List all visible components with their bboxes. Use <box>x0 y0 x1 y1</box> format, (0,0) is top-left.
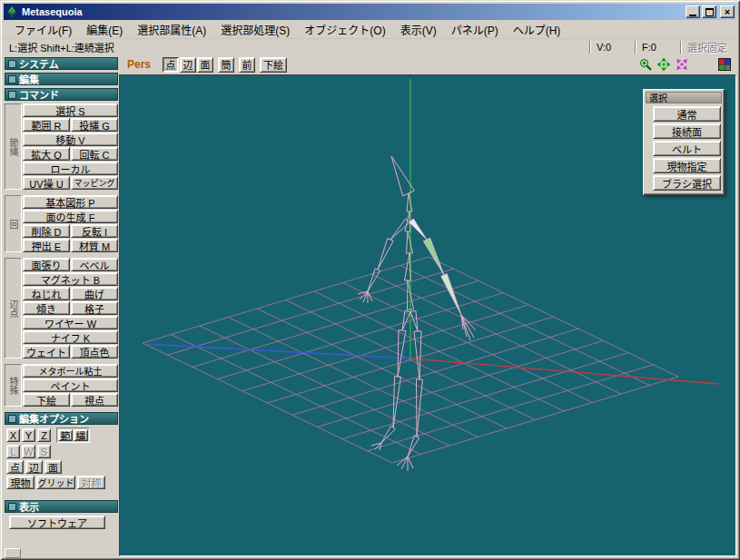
menu-selection-proc[interactable]: 選択部処理(S) <box>213 20 297 39</box>
cmd-lattice-button[interactable]: 格子 <box>71 301 118 315</box>
command-group-move: 節縄 選択 S 範囲 R 投縄 G 移動 V 拡大 Q 回転 C ローカル UV… <box>5 103 118 190</box>
menu-file[interactable]: ファイル(F) <box>7 20 79 39</box>
menu-panel[interactable]: パネル(P) <box>444 20 506 39</box>
sel-connected-face-button[interactable]: 接続面 <box>653 123 721 139</box>
cmd-local-button[interactable]: ローカル <box>23 162 118 175</box>
vt-underlay-button[interactable]: 下絵 <box>260 57 287 73</box>
cmd-knife-button[interactable]: ナイフ K <box>23 330 118 344</box>
panel-grip-icon <box>8 415 16 423</box>
element-edge-button[interactable]: 辺 <box>25 460 43 474</box>
selection-lock-toggle[interactable]: 選択固定 <box>682 40 736 54</box>
close-button[interactable]: × <box>720 5 735 18</box>
cmd-bevel-button[interactable]: ベベル <box>71 258 118 271</box>
cmd-material-button[interactable]: 材質 M <box>71 239 118 252</box>
element-point-button[interactable]: 点 <box>6 460 24 474</box>
vt-face-button[interactable]: 面 <box>197 57 213 73</box>
panel-header-display[interactable]: 表示 <box>5 500 118 513</box>
viewport-3d[interactable]: 選択 通常 接続面 ベルト 現物指定 ブラシ選択 <box>119 74 736 556</box>
renderer-software-button[interactable]: ソフトウェア <box>9 516 105 529</box>
cmd-weight-button[interactable]: ウェイト <box>23 345 70 359</box>
vt-point-button[interactable]: 点 <box>163 57 179 73</box>
cmd-magnet-button[interactable]: マグネット B <box>23 272 118 286</box>
cmd-range-button[interactable]: 範囲 R <box>23 118 70 132</box>
symmetry-button[interactable]: 対称 <box>77 476 105 489</box>
range-mode-frame: 範 縄 <box>56 427 90 443</box>
sel-pick-object-button[interactable]: 現物指定 <box>653 158 721 173</box>
coord-world-button[interactable]: W <box>22 445 35 458</box>
maximize-icon <box>705 8 714 16</box>
coord-screen-button[interactable]: S <box>37 445 51 458</box>
command-group-edgepoint: 辺点 面張り ベベル マグネット B ねじれ 曲げ 傾き 格子 ワ <box>5 258 118 359</box>
vt-simple-button[interactable]: 簡 <box>218 57 234 73</box>
menu-view[interactable]: 表示(V) <box>393 20 444 39</box>
minimize-button[interactable] <box>686 5 700 18</box>
info-bar: L:選択 Shift+L:連続選択 V:0 F:0 選択固定 <box>4 38 736 54</box>
cmd-lasso-button[interactable]: 投縄 G <box>71 118 118 132</box>
cmd-twist-button[interactable]: ねじれ <box>23 287 70 300</box>
cmd-tilt-button[interactable]: 傾き <box>23 301 70 315</box>
cmd-underlay-button[interactable]: 下絵 <box>23 393 70 407</box>
sel-belt-button[interactable]: ベルト <box>653 141 721 156</box>
cmd-vertex-color-button[interactable]: 頂点色 <box>71 345 118 359</box>
zoom-icon[interactable] <box>638 57 653 72</box>
cmd-uv-button[interactable]: UV操 U <box>23 176 70 190</box>
selection-panel-title[interactable]: 選択 <box>646 92 722 103</box>
cmd-face-fill-button[interactable]: 面張り <box>23 258 70 271</box>
view-mode-label[interactable]: Pers <box>127 58 151 71</box>
menu-bar: ファイル(F) 編集(E) 選択部属性(A) 選択部処理(S) オブジェクト(O… <box>4 20 736 38</box>
cmd-view-button[interactable]: 視点 <box>71 393 118 407</box>
cmd-extrude-button[interactable]: 押出 E <box>23 239 70 252</box>
vt-front-button[interactable]: 前 <box>239 57 255 73</box>
range-button[interactable]: 範 <box>58 429 73 441</box>
palette-icon[interactable] <box>717 57 732 72</box>
grid-snap-button[interactable]: グリッド <box>36 476 75 489</box>
cmd-rotate-button[interactable]: 回転 C <box>71 147 118 161</box>
vt-edge-button[interactable]: 辺 <box>180 57 196 73</box>
menu-help[interactable]: ヘルプ(H) <box>506 20 568 39</box>
cmd-paint-button[interactable]: ペイント <box>23 378 118 392</box>
cmd-move-button[interactable]: 移動 V <box>23 133 118 146</box>
minimize-icon <box>689 15 696 16</box>
sidebar: システム 編集 コマンド 節縄 選択 S 範囲 R 投縄 G 移動 <box>4 54 119 556</box>
cmd-bend-button[interactable]: 曲げ <box>71 287 118 300</box>
panel-grip-icon <box>8 91 16 99</box>
rotate-icon[interactable] <box>675 57 689 72</box>
panel-header-command[interactable]: コマンド <box>5 88 118 101</box>
close-icon: × <box>725 7 730 17</box>
panel-header-edit[interactable]: 編集 <box>5 73 118 85</box>
group-label-face: 回 <box>5 195 22 252</box>
cmd-primitive-button[interactable]: 基本図形 P <box>23 195 118 209</box>
cmd-wire-button[interactable]: ワイヤー W <box>23 316 118 329</box>
axis-x-button[interactable]: X <box>6 428 20 442</box>
cmd-create-face-button[interactable]: 面の生成 F <box>23 210 118 223</box>
maximize-button[interactable] <box>702 5 716 18</box>
cmd-metaball-button[interactable]: メタボール粘土 <box>23 364 118 378</box>
command-group-special: 特殊 メタボール粘土 ペイント 下絵 視点 <box>5 364 118 407</box>
menu-object[interactable]: オブジェクト(O) <box>297 20 392 39</box>
menu-selection-attr[interactable]: 選択部属性(A) <box>130 20 213 39</box>
cmd-scale-button[interactable]: 拡大 Q <box>23 147 70 161</box>
cmd-mapping-button[interactable]: マッピング <box>71 176 118 190</box>
panel-header-edit-options[interactable]: 編集オプション <box>5 412 118 425</box>
panel-header-system[interactable]: システム <box>5 57 118 70</box>
window-title: Metasequoia <box>22 6 684 17</box>
rope-button[interactable]: 縄 <box>74 429 88 441</box>
sel-brush-button[interactable]: ブラシ選択 <box>653 175 721 191</box>
current-object-button[interactable]: 現物 <box>6 476 35 489</box>
group-label-special: 特殊 <box>5 364 22 407</box>
viewport-toolbar: Pers 点 辺 面 簡 前 下絵 <box>119 54 736 74</box>
coord-local-button[interactable]: L <box>6 445 20 458</box>
pan-icon[interactable] <box>656 57 671 72</box>
selection-hint: L:選択 Shift+L:連続選択 <box>9 40 114 54</box>
element-face-button[interactable]: 面 <box>44 460 62 474</box>
axis-y-button[interactable]: Y <box>22 428 35 442</box>
title-bar[interactable]: Metasequoia × <box>4 4 736 20</box>
axis-z-button[interactable]: Z <box>37 428 51 442</box>
cmd-delete-button[interactable]: 削除 D <box>23 224 70 238</box>
menu-edit[interactable]: 編集(E) <box>79 20 130 39</box>
cmd-select-button[interactable]: 選択 S <box>23 103 118 117</box>
partial-panel-tab <box>5 548 21 558</box>
sel-normal-button[interactable]: 通常 <box>653 106 721 122</box>
panel-grip-icon <box>8 75 16 84</box>
cmd-invert-button[interactable]: 反転 I <box>71 224 118 238</box>
